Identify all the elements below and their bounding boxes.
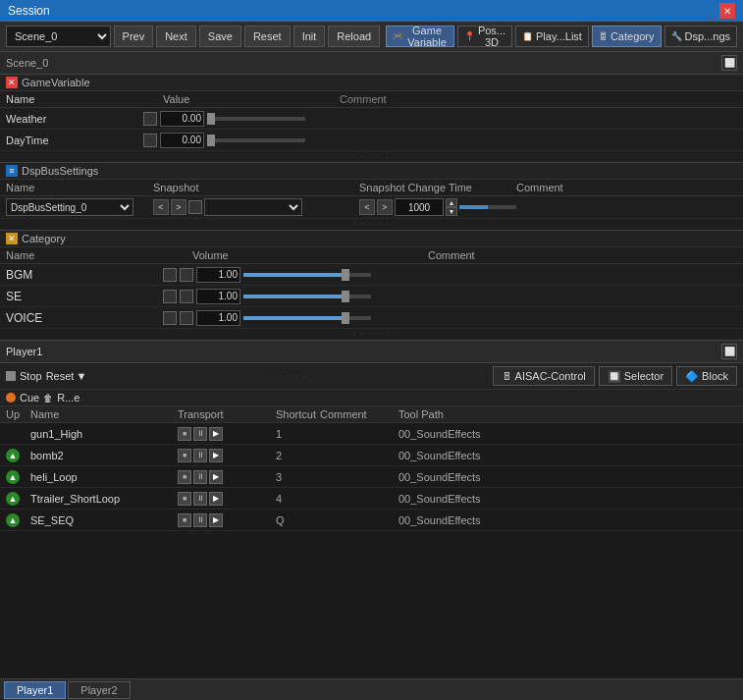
row2-pause-btn[interactable]: ⏸ (193, 470, 207, 484)
weather-checkbox[interactable] (143, 112, 157, 126)
block-tab-button[interactable]: 🔷 Block (676, 366, 737, 386)
cat-divider: · · · · · (0, 329, 743, 340)
row0-stop-btn[interactable]: ■ (178, 427, 191, 441)
snapshot-checkbox[interactable] (188, 200, 202, 214)
voice-checkbox1[interactable] (163, 311, 177, 325)
voice-vol-input[interactable] (196, 310, 240, 326)
save-button[interactable]: Save (199, 26, 241, 47)
scene-expand-button[interactable]: ⬜ (721, 55, 737, 71)
row1-name: bomb2 (30, 450, 178, 461)
aisac-tab-button[interactable]: 🎚 AISAC-Control (493, 366, 595, 386)
playlist-label: Play...List (536, 30, 582, 42)
bgm-checkbox2[interactable] (180, 268, 193, 282)
row4-pause-btn[interactable]: ⏸ (193, 513, 207, 527)
dsp-comment-header: Comment (516, 182, 737, 193)
se-slider[interactable] (243, 295, 371, 298)
scene-name: Scene_0 (6, 57, 48, 69)
se-checkbox2[interactable] (180, 290, 193, 303)
changetime-prev-button[interactable]: < (359, 199, 375, 215)
up-arrow-3: ▲ (6, 492, 20, 506)
dsp-row-0: DspBusSetting_0 < > < > ▲ ▼ (0, 196, 743, 219)
row3-stop-btn[interactable]: ■ (178, 492, 191, 506)
row4-transport: ■ ⏸ ▶ (178, 513, 276, 527)
close-button[interactable]: ✕ (719, 3, 735, 19)
dsp-slider[interactable] (459, 205, 516, 209)
reset-button[interactable]: Reset (244, 26, 291, 47)
bgm-slider[interactable] (243, 273, 371, 277)
cat-name-header: Name (6, 249, 163, 261)
player-expand-button[interactable]: ⬜ (721, 344, 737, 359)
changetime-up[interactable]: ▲ (446, 198, 457, 207)
dsp-name-header: Name (6, 182, 153, 193)
changetime-down[interactable]: ▼ (446, 207, 457, 216)
next-button[interactable]: Next (156, 26, 196, 47)
prev-button[interactable]: Prev (114, 26, 154, 47)
reload-button[interactable]: Reload (328, 26, 380, 47)
category-label: Category (610, 30, 655, 42)
bgm-checkbox1[interactable] (163, 268, 177, 282)
scene-select[interactable]: Scene_0 (6, 26, 111, 47)
se-vol-input[interactable] (196, 289, 240, 304)
trash-icon: 🗑 (43, 393, 53, 404)
weather-name: Weather (6, 113, 143, 125)
row3-play-btn[interactable]: ▶ (209, 492, 223, 506)
selector-tab-button[interactable]: 🔲 Selector (599, 366, 672, 386)
dsp-changetime-header: Snapshot Change Time (359, 182, 516, 193)
dsp-snapshot-header: Snapshot (153, 182, 359, 193)
cue-label: Cue (20, 392, 39, 404)
tab-category[interactable]: 🎛 Category (592, 26, 662, 47)
playlist-icon: 📋 (522, 31, 533, 41)
row4-stop-btn[interactable]: ■ (178, 513, 191, 527)
snapshot-next-button[interactable]: > (171, 199, 186, 215)
dsp-col-headers: Name Snapshot Snapshot Change Time Comme… (0, 180, 743, 196)
tab-playlist[interactable]: 📋 Play...List (515, 26, 589, 47)
weather-slider[interactable] (207, 117, 305, 121)
row0-play-btn[interactable]: ▶ (209, 427, 223, 441)
reset-btn[interactable]: Reset ▼ (46, 370, 87, 382)
voice-slider[interactable] (243, 316, 371, 320)
bgm-vol-input[interactable] (196, 267, 240, 283)
up-arrow-4: ▲ (6, 513, 20, 527)
gamevar-icon: 🎮 (393, 31, 403, 41)
player2-tab[interactable]: Player2 (68, 681, 130, 699)
reset-label: Reset (46, 370, 75, 382)
table-row: ▲ SE_SEQ ■ ⏸ ▶ Q 00_SoundEffects (0, 510, 743, 531)
row4-name: SE_SEQ (30, 514, 178, 526)
row2-stop-btn[interactable]: ■ (178, 470, 191, 484)
daytime-value-col (143, 133, 340, 148)
row2-play-btn[interactable]: ▶ (209, 470, 223, 484)
row1-pause-btn[interactable]: ⏸ (193, 449, 207, 462)
dsp-divider: · · · · · (0, 219, 743, 230)
row4-play-btn[interactable]: ▶ (209, 513, 223, 527)
row3-pause-btn[interactable]: ⏸ (193, 492, 207, 506)
voice-checkbox2[interactable] (180, 311, 193, 325)
row1-play-btn[interactable]: ▶ (209, 449, 223, 462)
aisac-icon: 🎚 (502, 370, 512, 382)
row1-stop-btn[interactable]: ■ (178, 449, 191, 462)
snapshot-prev-button[interactable]: < (153, 199, 169, 215)
daytime-slider[interactable] (207, 138, 305, 142)
gv-divider: · · · · · (0, 151, 743, 162)
changetime-input[interactable] (395, 198, 444, 216)
player1-tab[interactable]: Player1 (4, 681, 66, 699)
daytime-checkbox[interactable] (143, 134, 157, 147)
snapshot-select[interactable] (204, 198, 302, 216)
up-header: Up (6, 408, 30, 420)
changetime-next-button[interactable]: > (377, 199, 393, 215)
daytime-input[interactable] (160, 133, 204, 148)
dspbussetting-select[interactable]: DspBusSetting_0 (6, 198, 133, 216)
row0-pause-btn[interactable]: ⏸ (193, 427, 207, 441)
bgm-row: BGM (0, 264, 743, 286)
tab-gamevar[interactable]: 🎮 Game Variable (386, 26, 454, 47)
main-content: Scene_0 ⬜ ✕ GameVariable Name Value Comm… (0, 52, 743, 700)
dsp-bus-panel: ≡ DspBusSettings Name Snapshot Snapshot … (0, 163, 743, 231)
weather-input[interactable] (160, 111, 204, 127)
stop-btn[interactable]: Stop (6, 370, 42, 382)
init-button[interactable]: Init (293, 26, 326, 47)
category-icon: 🎛 (599, 31, 608, 41)
se-checkbox1[interactable] (163, 290, 177, 303)
category-section-header: ✕ Category (0, 231, 743, 247)
tab-pos3d[interactable]: 📍 Pos... 3D (457, 26, 512, 47)
dsp-section-title: DspBusSettings (22, 165, 98, 177)
tab-dsp[interactable]: 🔧 Dsp...ngs (664, 26, 737, 47)
